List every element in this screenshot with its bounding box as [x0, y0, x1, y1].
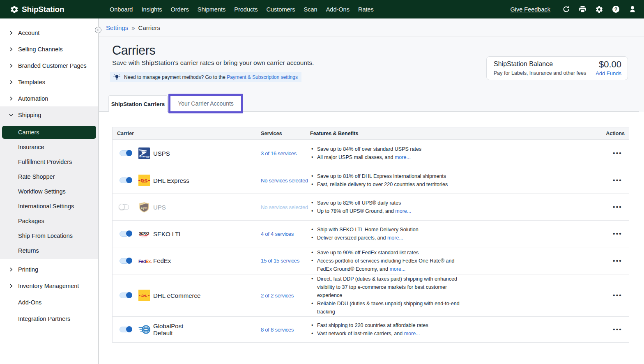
svg-text:DHL: DHL	[141, 294, 147, 297]
svg-text:Ex.: Ex.	[146, 258, 152, 263]
svg-text:LOGISTICS: LOGISTICS	[141, 236, 147, 238]
svg-text:Fed: Fed	[138, 258, 146, 263]
svg-text:?: ?	[614, 7, 618, 12]
svg-text:com: com	[147, 157, 150, 159]
svg-text:Express: Express	[142, 182, 147, 183]
svg-text:SEKO: SEKO	[139, 231, 150, 235]
svg-text:ups: ups	[141, 205, 147, 210]
